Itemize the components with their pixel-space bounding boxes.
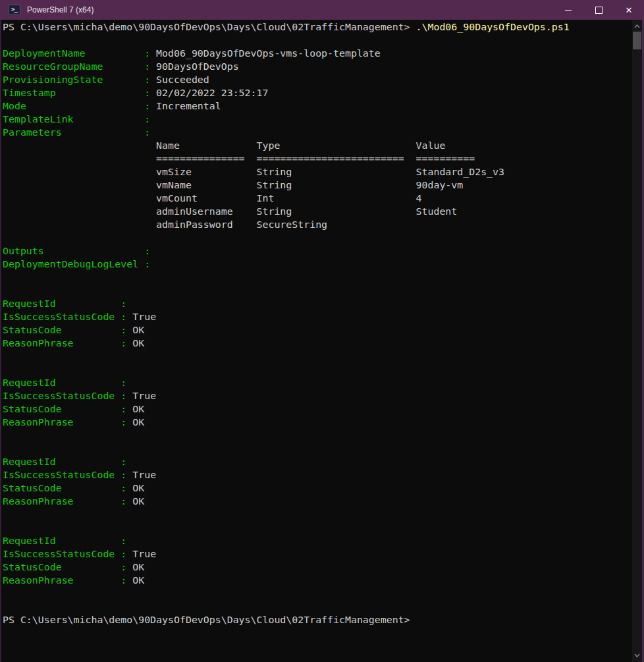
ps-field-name: DeploymentName :	[3, 47, 156, 59]
powershell-icon: >_	[8, 5, 20, 15]
maximize-icon	[595, 7, 603, 14]
parameters-table-separator: =============== ========================…	[3, 153, 475, 165]
ps-field-name: ReasonPhrase :	[3, 574, 132, 586]
shell-prompt: PS C:\Users\micha\demo\90DaysOfDevOps\Da…	[3, 614, 410, 626]
window-title: PowerShell 7 (x64)	[27, 5, 553, 14]
ps-field-name: ProvisioningState :	[3, 74, 156, 86]
ps-field-value: OK	[132, 324, 144, 336]
powershell-window: >_ PowerShell 7 (x64) ✕ PS C:\Users\mich…	[0, 0, 644, 662]
ps-field-name: ReasonPhrase :	[3, 416, 132, 428]
shell-prompt: PS C:\Users\micha\demo\90DaysOfDevOps\Da…	[3, 21, 416, 33]
ps-field-name: StatusCode :	[3, 403, 132, 415]
ps-field-name: ReasonPhrase :	[3, 337, 132, 349]
ps-field-value: OK	[132, 574, 144, 586]
ps-field-value: Succeeded	[156, 74, 209, 86]
ps-field-value: True	[132, 548, 156, 560]
terminal-output: PS C:\Users\micha\demo\90DaysOfDevOps\Da…	[1, 20, 632, 626]
ps-field-value: OK	[132, 416, 144, 428]
maximize-button[interactable]	[583, 0, 614, 20]
terminal-area: PS C:\Users\micha\demo\90DaysOfDevOps\Da…	[0, 20, 644, 662]
ps-field-value: Incremental	[156, 100, 221, 112]
ps-field-value: OK	[132, 495, 144, 507]
close-button[interactable]: ✕	[614, 0, 644, 20]
ps-field-name: Timestamp :	[3, 87, 156, 99]
ps-field-name: RequestId :	[3, 535, 132, 547]
ps-field-value: Mod06_90DaysOfDevOps-vms-loop-template	[156, 47, 381, 59]
ps-field-name: StatusCode :	[3, 324, 132, 336]
terminal-screen[interactable]: PS C:\Users\micha\demo\90DaysOfDevOps\Da…	[1, 20, 632, 662]
window-controls: ✕	[553, 0, 644, 20]
shell-command: .\Mod06_90DaysOfDevOps.ps1	[416, 21, 570, 33]
ps-field-name: TemplateLink :	[3, 113, 156, 125]
minimize-icon	[565, 10, 572, 11]
parameters-table-row: vmCount Int 4	[3, 192, 422, 204]
chevron-up-icon	[634, 24, 640, 28]
ps-field-name: ResourceGroupName :	[3, 61, 156, 72]
ps-field-name: IsSuccessStatusCode :	[3, 469, 132, 481]
ps-field-name: RequestId :	[3, 298, 132, 310]
parameters-table-header: Name Type Value	[3, 140, 445, 152]
close-icon: ✕	[626, 6, 633, 14]
chevron-down-icon	[634, 653, 640, 657]
ps-field-name: IsSuccessStatusCode :	[3, 390, 132, 402]
parameters-table-row: vmName String 90day-vm	[3, 179, 463, 191]
ps-field-name: RequestId :	[3, 377, 132, 389]
scroll-down-button[interactable]	[632, 651, 642, 660]
ps-field-value: True	[132, 469, 156, 481]
titlebar[interactable]: >_ PowerShell 7 (x64) ✕	[0, 0, 644, 20]
scrollbar-thumb[interactable]	[633, 32, 641, 49]
ps-field-value: True	[132, 311, 156, 323]
scroll-up-button[interactable]	[632, 22, 642, 31]
ps-field-name: StatusCode :	[3, 561, 132, 573]
ps-field-value: 02/02/2022 23:52:17	[156, 87, 268, 99]
ps-field-value: True	[132, 390, 156, 402]
ps-field-name: ReasonPhrase :	[3, 495, 132, 507]
parameters-table-row: vmSize String Standard_D2s_v3	[3, 166, 504, 178]
ps-field-name: StatusCode :	[3, 482, 132, 494]
ps-field-value: OK	[132, 482, 144, 494]
ps-field-name: RequestId :	[3, 456, 132, 468]
ps-field-name: Parameters :	[3, 126, 156, 138]
parameters-table-row: adminUsername String Student	[3, 206, 457, 217]
ps-field-name: IsSuccessStatusCode :	[3, 548, 132, 560]
ps-field-name: Mode :	[3, 100, 156, 112]
ps-field-value: 90DaysOfDevOps	[156, 61, 239, 72]
ps-field-value: OK	[132, 337, 144, 349]
minimize-button[interactable]	[553, 0, 583, 20]
scrollbar[interactable]	[632, 20, 642, 662]
ps-field-value: OK	[132, 561, 144, 573]
ps-field-name: Outputs :	[3, 245, 156, 257]
ps-field-name: DeploymentDebugLogLevel :	[3, 258, 156, 270]
ps-field-value: OK	[132, 403, 144, 415]
parameters-table-row: adminPassword SecureString	[3, 219, 416, 231]
ps-field-name: IsSuccessStatusCode :	[3, 311, 132, 323]
